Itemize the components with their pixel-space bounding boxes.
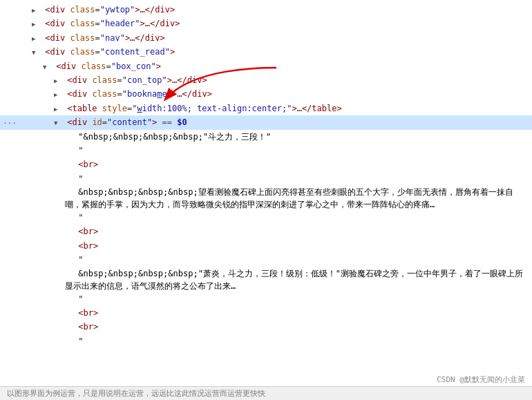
tree-line[interactable]: <div class="box_con">: [0, 59, 532, 73]
toggle-arrow[interactable]: [54, 102, 62, 115]
tag-close: >: [140, 19, 145, 28]
tag-close: >: [156, 61, 161, 71]
line-content: ": [21, 211, 529, 225]
dom-tree[interactable]: <div class="ywtop">…</div> <div class="h…: [0, 0, 532, 386]
toggle-arrow[interactable]: [43, 59, 51, 73]
tag-end-name: div: [187, 75, 202, 85]
tag-name: div: [50, 47, 65, 57]
tree-line: "&nbsp;&nbsp;&nbsp;&nbsp;"斗之力，三段！": [0, 130, 532, 144]
tree-line: ": [0, 253, 532, 267]
tree-line: <br>: [0, 158, 532, 171]
devtools-panel: <div class="ywtop">…</div> <div class="h…: [0, 0, 532, 400]
tree-line: <br>: [0, 225, 532, 238]
tag-end-close: >: [160, 33, 164, 43]
tag-end-open: </: [177, 75, 187, 85]
line-content: <br>: [21, 320, 529, 334]
line-content: <br>: [21, 158, 529, 171]
tree-line: <br>: [0, 306, 532, 320]
line-content: <div class="content_read">: [21, 45, 529, 59]
attr-value: "box_con": [111, 61, 156, 71]
toggle-arrow[interactable]: [54, 73, 62, 87]
tree-line: <br>: [0, 239, 532, 253]
tree-line-content-selected[interactable]: ... <div id="content"> == $0: [0, 115, 532, 129]
tag-end-name: div: [155, 5, 170, 15]
br-tag: <br>: [78, 308, 98, 318]
toggle-arrow[interactable]: [32, 17, 40, 30]
line-content: <br>: [21, 239, 529, 253]
tree-line[interactable]: <table style="width:100%; text-align:cen…: [0, 102, 532, 115]
tag-end-open: </: [145, 5, 155, 15]
tree-line[interactable]: <div class="header">…</div>: [0, 17, 532, 30]
line-content: ": [21, 292, 529, 306]
attr-name: id: [92, 117, 102, 127]
attr-name: class: [70, 19, 95, 28]
text-node: ": [78, 146, 83, 155]
br-tag: <br>: [78, 322, 98, 332]
text-node-long2: &nbsp;&nbsp;&nbsp;&nbsp;"萧炎，斗之力，三段！级别：低级…: [65, 269, 523, 291]
toggle-arrow[interactable]: [32, 31, 40, 45]
equals-sign: ==: [162, 117, 172, 127]
toggle-arrow[interactable]: [54, 87, 62, 101]
tree-line: ": [0, 292, 532, 306]
attr-value: "content_read": [100, 47, 170, 57]
text-node-long: &nbsp;&nbsp;&nbsp;&nbsp;望看测验魔石碑上面闪亮得甚至有些…: [65, 187, 513, 209]
attr-name: class: [70, 5, 95, 15]
attr-value: "header": [100, 19, 140, 28]
collapsed-content: …: [145, 19, 150, 28]
tag-end-name: div: [192, 89, 207, 99]
line-content: <div class="box_con">: [21, 59, 529, 73]
tree-line: ": [0, 211, 532, 225]
text-node: ": [78, 255, 83, 265]
tag-name: div: [72, 117, 87, 127]
line-content: <div class="con_top">…</div>: [21, 73, 529, 87]
line-content: ": [21, 144, 529, 158]
tag-name: div: [50, 5, 65, 15]
tag-close: >: [292, 104, 296, 113]
br-tag: <br>: [78, 241, 98, 251]
tree-line: ": [0, 334, 532, 348]
tag-end-close: >: [202, 75, 207, 85]
line-content: "&nbsp;&nbsp;&nbsp;&nbsp;"斗之力，三段！": [21, 130, 529, 144]
tag-close: >: [167, 75, 172, 85]
tag-end-close: >: [207, 89, 212, 99]
attr-name: class: [92, 75, 117, 85]
line-content: &nbsp;&nbsp;&nbsp;&nbsp;望看测验魔石碑上面闪亮得甚至有些…: [21, 186, 525, 211]
line-content: <table style="width:100%; text-align:cen…: [21, 102, 529, 115]
tag-name: div: [72, 89, 87, 99]
dollar-zero: $0: [177, 117, 187, 127]
br-tag: <br>: [78, 160, 98, 169]
text-node: ": [78, 336, 83, 346]
toggle-arrow[interactable]: [32, 45, 40, 59]
bottom-bar: 以图形界面为例运营，只是用说明在运营，远远比这此情况运营而运营更快快: [0, 386, 532, 400]
tag-name: div: [50, 19, 65, 28]
tree-line[interactable]: <div class="bookname">…</div>: [0, 87, 532, 101]
br-tag: <br>: [78, 227, 98, 236]
tag-close: >: [152, 117, 157, 127]
tag-end-name: table: [312, 104, 336, 113]
line-gutter: ...: [0, 115, 21, 128]
tree-line: <br>: [0, 320, 532, 334]
tag-name: div: [61, 61, 76, 71]
line-content: ": [21, 334, 529, 348]
text-node: ": [78, 213, 83, 222]
bottom-bar-text: 以图形界面为例运营，只是用说明在运营，远远比这此情况运营而运营更快快: [7, 388, 265, 399]
tag-end-close: >: [175, 19, 180, 28]
tag-end-name: div: [145, 33, 160, 43]
attr-name: class: [70, 47, 95, 57]
line-content: ": [21, 172, 529, 186]
tree-line[interactable]: <div class="ywtop">…</div>: [0, 3, 532, 17]
collapsed-content: …: [140, 5, 145, 15]
toggle-arrow[interactable]: [32, 3, 40, 17]
attr-value: "ywtop": [100, 5, 135, 15]
collapsed-content: …: [297, 104, 302, 113]
line-content: <div class="ywtop">…</div>: [21, 3, 529, 17]
attr-value: "bookname": [122, 89, 172, 99]
line-content: <br>: [21, 306, 529, 320]
attr-name: style: [102, 104, 127, 113]
attr-name: class: [81, 61, 106, 71]
attr-name: class: [92, 89, 117, 99]
toggle-arrow[interactable]: [54, 115, 62, 129]
tree-line[interactable]: <div class="content_read">: [0, 45, 532, 59]
tree-line[interactable]: <div class="nav">…</div>: [0, 31, 532, 45]
tree-line-con-top[interactable]: <div class="con_top">…</div>: [0, 73, 532, 87]
